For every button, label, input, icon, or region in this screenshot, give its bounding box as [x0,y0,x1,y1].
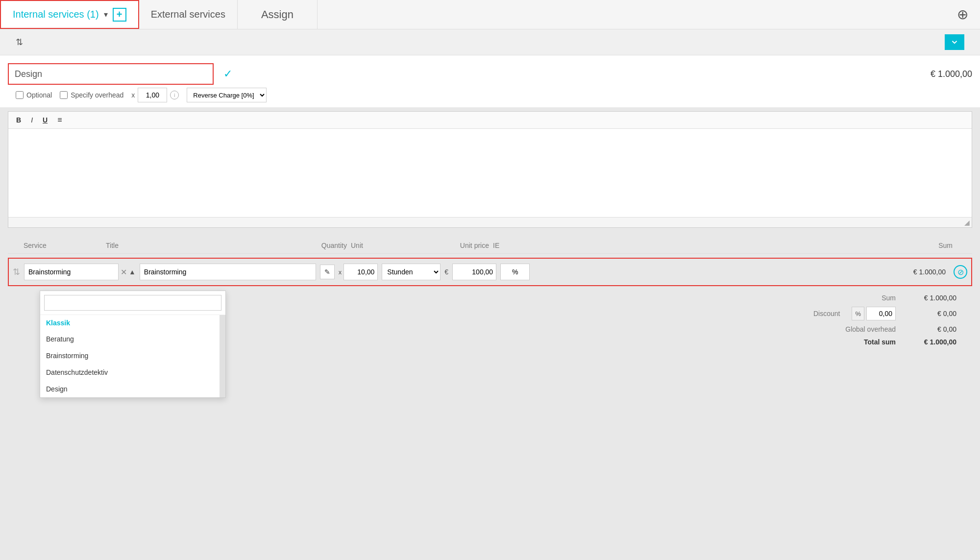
add-service-button[interactable]: + [113,8,126,22]
discount-input[interactable] [866,307,896,320]
table-section: Service Title Quantity Unit Unit price I… [8,238,972,286]
euro-symbol: € [444,268,448,276]
info-icon[interactable]: i [170,91,179,99]
qty-x-label: x [339,268,342,276]
search-button[interactable]: ⊕ [945,0,980,29]
tax-select[interactable]: Reverse Charge [0%] Standard 19% Reduced… [187,88,267,102]
tab-external-services[interactable]: External services [139,0,238,29]
col-header-unit-price: Unit price [415,242,493,249]
chevron-down-white-icon [950,38,959,47]
sort-row: ⇅ [0,29,980,55]
col-header-quantity: Quantity [292,242,351,249]
dropdown-item-brainstorming[interactable]: Brainstorming [40,347,225,364]
cancel-row-button[interactable]: ⊘ [954,265,967,279]
col-header-title: Title [106,242,292,249]
collapse-button[interactable] [945,34,964,50]
unit-price-input[interactable] [452,264,496,280]
chevron-down-icon[interactable]: ▾ [104,10,108,19]
sum-value: € 1.000,00 [907,294,956,302]
check-icon[interactable]: ✓ [223,68,232,80]
edit-icon-button[interactable]: ✎ [320,265,335,279]
text-editor: B I U ≡ ◢ [8,111,972,228]
col-header-service: Service [8,242,106,249]
specify-overhead-checkbox[interactable] [60,91,68,99]
dropdown-item-beratung[interactable]: Beratung [40,331,225,347]
tab-assign-label: Assign [261,8,294,21]
dropdown-item-datenschutz[interactable]: Datenschutzdetektiv [40,364,225,381]
unit-select[interactable]: Stunden Tage Stück [382,264,441,280]
editor-resize-handle[interactable]: ◢ [8,217,972,227]
col-header-ie: IE [493,242,532,249]
table-header-row: Service Title Quantity Unit Unit price I… [8,238,972,254]
sum-label: Sum [827,294,896,302]
specify-overhead-checkbox-label[interactable]: Specify overhead [60,91,123,99]
discount-value: € 0,00 [907,310,956,317]
service-row-inner: ⇅ ✕ ▲ Klassik Beratung Brainstor [9,259,971,285]
bold-button[interactable]: B [13,115,24,125]
row-sum: € 1.000,00 [534,268,950,276]
editor-toolbar: B I U ≡ [8,112,972,129]
quantity-input[interactable] [343,264,378,280]
tab-spacer [318,0,945,29]
service-name-area: ✓ € 1.000,00 Optional Specify overhead x… [0,55,980,107]
dropdown-item-design[interactable]: Design [40,381,225,397]
dropdown-search-input[interactable] [44,295,221,311]
optional-label: Optional [26,91,52,99]
dropdown-popup: Klassik Beratung Brainstorming Datenschu… [40,291,226,398]
magnifier-icon: ⊕ [957,6,968,23]
overhead-row: Global overhead € 0,00 [760,325,956,333]
service-price: € 1.000,00 [931,69,972,79]
ie-input[interactable] [500,264,530,280]
underline-button[interactable]: U [40,115,50,125]
sort-icon[interactable]: ⇅ [16,37,23,48]
dropdown-chevron-icon[interactable]: ▲ [129,268,136,276]
tab-internal-services-label: Internal services (1) [13,9,99,20]
optional-checkbox[interactable] [16,91,24,99]
multiplier-x-label: x [131,91,135,99]
title-input[interactable] [140,264,316,280]
discount-input-wrap: % [852,307,896,320]
total-label: Total sum [827,338,896,346]
resize-icon: ◢ [964,219,970,226]
tab-internal-services[interactable]: Internal services (1) ▾ + [0,0,139,29]
cancel-icon: ⊘ [957,268,964,277]
service-dropdown-input[interactable] [24,264,119,280]
service-name-input[interactable] [8,63,214,85]
options-row: Optional Specify overhead x i Reverse Ch… [8,85,972,107]
tab-external-services-label: External services [151,9,225,20]
dropdown-search-area [40,291,225,315]
col-header-unit: Unit [351,242,415,249]
dropdown-list: Klassik Beratung Brainstorming Datenschu… [40,315,225,397]
multiplier-box: x i [131,88,179,102]
discount-label: Discount [771,310,840,317]
edit-icon: ✎ [324,268,330,276]
discount-pct-symbol: % [852,307,864,320]
sum-row: Sum € 1.000,00 [760,294,956,302]
list-button[interactable]: ≡ [54,115,65,125]
tax-select-wrap: Reverse Charge [0%] Standard 19% Reduced… [187,88,267,102]
total-value: € 1.000,00 [907,338,956,346]
service-dropdown-wrap: ✕ ▲ Klassik Beratung Brainstorming Daten… [24,264,136,280]
drag-handle-icon[interactable]: ⇅ [13,267,20,277]
clear-icon[interactable]: ✕ [121,268,127,277]
dropdown-group-label: Klassik [40,315,225,331]
optional-checkbox-label[interactable]: Optional [16,91,52,99]
service-data-row: ⇅ ✕ ▲ Klassik Beratung Brainstor [8,258,972,286]
tab-assign[interactable]: Assign [238,0,318,29]
tab-bar: Internal services (1) ▾ + External servi… [0,0,980,29]
overhead-label: Global overhead [827,325,896,333]
quantity-wrap: x [339,264,378,280]
specify-overhead-label: Specify overhead [71,91,123,99]
italic-button[interactable]: I [28,115,36,125]
multiplier-input[interactable] [138,88,167,102]
editor-body[interactable] [8,129,972,217]
total-row: Total sum € 1.000,00 [760,338,956,346]
col-header-sum: Sum [532,242,972,249]
discount-row: Discount % € 0,00 [760,307,956,320]
service-name-row: ✓ € 1.000,00 [8,63,972,85]
dropdown-scrollbar[interactable] [220,315,225,397]
main-container: Internal services (1) ▾ + External servi… [0,0,980,560]
overhead-value: € 0,00 [907,325,956,333]
